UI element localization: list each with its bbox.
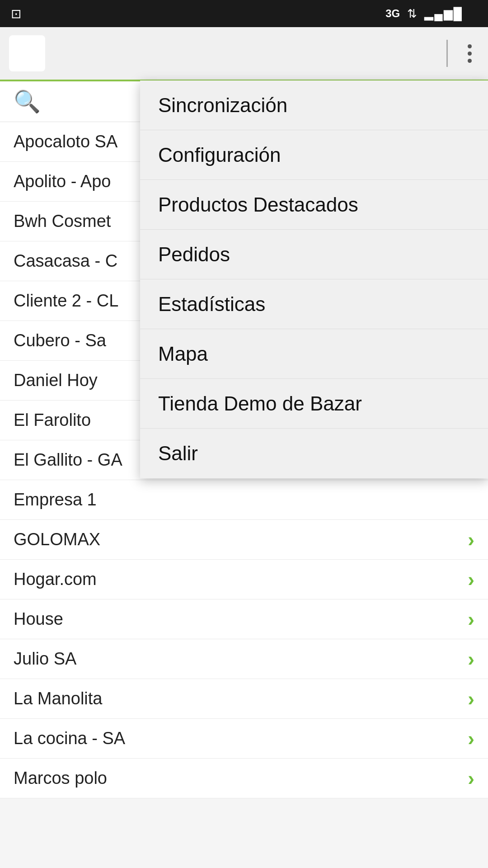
client-name: Julio SA xyxy=(14,649,76,669)
app-header xyxy=(0,27,488,81)
menu-item-mapa[interactable]: Mapa xyxy=(140,329,488,379)
search-icon: 🔍 xyxy=(14,89,41,114)
client-list-item[interactable]: Julio SA› xyxy=(0,639,488,679)
signal-icon: ▂▄▆█ xyxy=(424,7,463,21)
client-name: Apocaloto SA xyxy=(14,132,117,151)
client-name: El Gallito - GA xyxy=(14,450,122,470)
menu-item-label: Sincronización xyxy=(158,94,287,117)
menu-item-label: Productos Destacados xyxy=(158,193,358,216)
chevron-right-icon: › xyxy=(468,648,474,670)
client-name: Bwh Cosmet xyxy=(14,212,111,231)
menu-item-salir[interactable]: Salir xyxy=(140,429,488,478)
menu-item-estadisticas[interactable]: Estadísticas xyxy=(140,279,488,329)
chevron-right-icon: › xyxy=(468,688,474,710)
menu-item-configuracion[interactable]: Configuración xyxy=(140,130,488,180)
menu-item-label: Tienda Demo de Bazar xyxy=(158,392,362,415)
chevron-right-icon: › xyxy=(468,528,474,551)
client-list-item[interactable]: La cocina - SA› xyxy=(0,719,488,759)
dropdown-menu: SincronizaciónConfiguraciónProductos Des… xyxy=(140,80,488,478)
client-name: GOLOMAX xyxy=(14,530,100,549)
header-divider xyxy=(446,40,448,67)
client-name: Cliente 2 - CL xyxy=(14,291,118,311)
menu-item-sincronizacion[interactable]: Sincronización xyxy=(140,80,488,130)
status-bar: ⊡ 3G ⇅ ▂▄▆█ xyxy=(0,0,488,27)
dot-icon xyxy=(468,52,472,56)
client-name: Casacasa - C xyxy=(14,251,117,271)
menu-item-tienda-demo[interactable]: Tienda Demo de Bazar xyxy=(140,379,488,429)
more-options-button[interactable] xyxy=(460,40,479,67)
client-list-item[interactable]: Hogar.com› xyxy=(0,560,488,599)
client-list-item[interactable]: Marcos polo› xyxy=(0,759,488,798)
menu-item-pedidos[interactable]: Pedidos xyxy=(140,230,488,279)
client-list-item[interactable]: House› xyxy=(0,599,488,639)
client-name: La cocina - SA xyxy=(14,729,125,748)
menu-item-label: Salir xyxy=(158,442,198,465)
menu-item-productos-destacados[interactable]: Productos Destacados xyxy=(140,180,488,230)
chevron-right-icon: › xyxy=(468,767,474,790)
network-type: 3G xyxy=(385,7,400,20)
client-name: Cubero - Sa xyxy=(14,331,106,350)
client-name: Marcos polo xyxy=(14,769,107,788)
client-name: El Farolito xyxy=(14,410,91,430)
chevron-right-icon: › xyxy=(468,608,474,631)
menu-item-label: Estadísticas xyxy=(158,293,265,316)
client-name: House xyxy=(14,609,63,629)
client-name: Daniel Hoy xyxy=(14,371,98,390)
client-list-item[interactable]: La Manolita› xyxy=(0,679,488,719)
screenshot-icon: ⊡ xyxy=(11,7,21,21)
client-name: Empresa 1 xyxy=(14,490,97,509)
menu-item-label: Configuración xyxy=(158,144,281,166)
client-name: La Manolita xyxy=(14,689,102,708)
dot-icon xyxy=(468,44,472,48)
chevron-right-icon: › xyxy=(468,568,474,591)
app-logo xyxy=(9,35,45,71)
menu-item-label: Pedidos xyxy=(158,243,230,266)
chevron-right-icon: › xyxy=(468,727,474,750)
client-name: Hogar.com xyxy=(14,570,97,589)
client-list-item[interactable]: Empresa 1 xyxy=(0,480,488,520)
menu-item-label: Mapa xyxy=(158,343,208,365)
dot-icon xyxy=(468,59,472,63)
client-list-item[interactable]: GOLOMAX› xyxy=(0,520,488,560)
data-transfer-icon: ⇅ xyxy=(407,7,417,21)
client-name: Apolito - Apo xyxy=(14,172,111,191)
agregar-button[interactable] xyxy=(419,49,434,58)
